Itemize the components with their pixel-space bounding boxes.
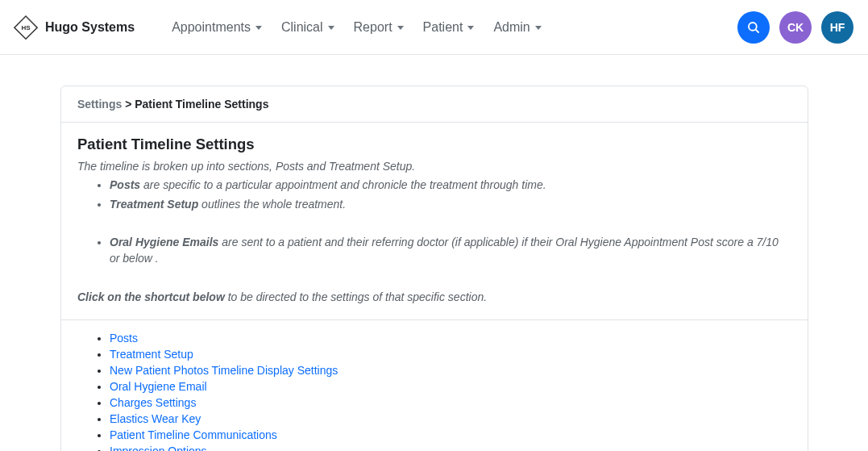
nav-label: Appointments	[172, 20, 251, 35]
links-section: Posts Treatment Setup New Patient Photos…	[61, 320, 808, 451]
list-item: New Patient Photos Timeline Display Sett…	[110, 364, 791, 377]
chevron-down-icon	[535, 26, 542, 30]
list-item: Treatment Setup	[110, 348, 791, 361]
card-body: Patient Timeline Settings The timeline i…	[61, 123, 808, 320]
svg-text:HS: HS	[21, 24, 31, 31]
breadcrumb: Settings > Patient Timeline Settings	[61, 86, 808, 123]
avatar-hf[interactable]: HF	[821, 11, 853, 44]
description-list: Posts are specific to a particular appoi…	[77, 177, 791, 266]
desc-strong: Posts	[110, 178, 140, 191]
breadcrumb-sep: >	[125, 98, 131, 111]
link-new-patient-photos[interactable]: New Patient Photos Timeline Display Sett…	[110, 364, 338, 377]
avatar-initials: CK	[787, 21, 804, 34]
chevron-down-icon	[467, 26, 474, 30]
list-item: Posts	[110, 332, 791, 345]
list-item: Impression Options	[110, 445, 791, 451]
main-nav: Appointments Clinical Report Patient Adm…	[159, 15, 737, 40]
link-posts[interactable]: Posts	[110, 332, 138, 345]
list-item: Elastics Wear Key	[110, 412, 791, 425]
brand[interactable]: HS Hugo Systems	[13, 15, 135, 40]
list-item: Patient Timeline Communications	[110, 428, 791, 441]
nav-label: Clinical	[281, 20, 323, 35]
intro-text: The timeline is broken up into sections,…	[77, 160, 791, 173]
desc-rest: outlines the whole treatment.	[198, 198, 346, 211]
chevron-down-icon	[255, 26, 262, 30]
link-elastics-wear-key[interactable]: Elastics Wear Key	[110, 412, 201, 425]
link-impression-options[interactable]: Impression Options	[110, 445, 207, 451]
nav-appointments[interactable]: Appointments	[168, 15, 265, 40]
desc-item-treatment-setup: Treatment Setup outlines the whole treat…	[110, 197, 791, 213]
topbar: HS Hugo Systems Appointments Clinical Re…	[0, 0, 868, 55]
search-button[interactable]	[737, 11, 770, 44]
list-item: Charges Settings	[110, 396, 791, 409]
desc-item-oral-hygiene: Oral Hygiene Emails are sent to a patien…	[110, 235, 791, 266]
svg-line-3	[755, 29, 758, 32]
search-icon	[746, 20, 761, 35]
shortcut-hint-strong: Click on the shortcut below	[77, 290, 225, 303]
nav-label: Patient	[423, 20, 463, 35]
nav-label: Report	[354, 20, 392, 35]
link-patient-timeline-comms[interactable]: Patient Timeline Communications	[110, 428, 277, 441]
list-item: Oral Hygiene Email	[110, 380, 791, 393]
chevron-down-icon	[328, 26, 334, 30]
nav-label: Admin	[493, 20, 530, 35]
brand-logo-icon: HS	[13, 15, 39, 40]
shortcut-hint-rest: to be directed to the settings of that s…	[225, 290, 487, 303]
desc-strong: Oral Hygiene Emails	[110, 236, 218, 248]
shortcut-hint: Click on the shortcut below to be direct…	[77, 290, 791, 303]
topbar-right: CK HF	[737, 11, 853, 44]
settings-card: Settings > Patient Timeline Settings Pat…	[60, 86, 808, 451]
desc-rest: are specific to a particular appointment…	[140, 178, 546, 191]
nav-patient[interactable]: Patient	[420, 15, 478, 40]
nav-admin[interactable]: Admin	[490, 15, 544, 40]
brand-name: Hugo Systems	[45, 20, 135, 35]
link-charges-settings[interactable]: Charges Settings	[110, 396, 196, 409]
page-title: Patient Timeline Settings	[77, 136, 791, 153]
avatar-initials: HF	[830, 21, 845, 34]
nav-clinical[interactable]: Clinical	[278, 15, 338, 40]
link-oral-hygiene-email[interactable]: Oral Hygiene Email	[110, 380, 207, 393]
nav-report[interactable]: Report	[351, 15, 407, 40]
avatar-ck[interactable]: CK	[779, 11, 812, 44]
link-treatment-setup[interactable]: Treatment Setup	[110, 348, 193, 361]
desc-item-posts: Posts are specific to a particular appoi…	[110, 177, 791, 194]
breadcrumb-current: Patient Timeline Settings	[135, 98, 268, 111]
shortcut-link-list: Posts Treatment Setup New Patient Photos…	[77, 332, 791, 451]
desc-strong: Treatment Setup	[110, 198, 198, 211]
main-container: Settings > Patient Timeline Settings Pat…	[0, 55, 868, 451]
breadcrumb-root[interactable]: Settings	[77, 98, 122, 111]
chevron-down-icon	[397, 26, 404, 30]
